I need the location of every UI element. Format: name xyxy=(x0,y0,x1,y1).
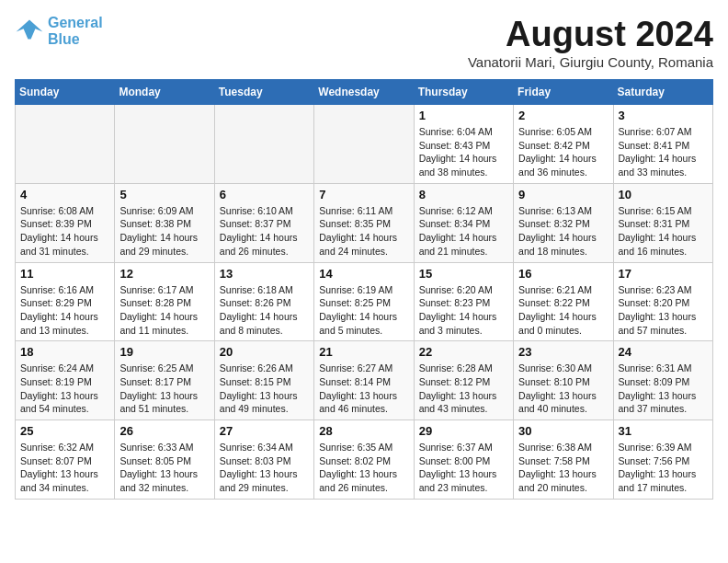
day-number: 29 xyxy=(419,424,508,438)
location-subtitle: Vanatorii Mari, Giurgiu County, Romania xyxy=(468,54,713,70)
calendar-cell: 29Sunrise: 6:37 AM Sunset: 8:00 PM Dayli… xyxy=(414,420,513,500)
day-number: 16 xyxy=(518,267,608,281)
weekday-header-wednesday: Wednesday xyxy=(314,80,414,105)
calendar-week-1: 1Sunrise: 6:04 AM Sunset: 8:43 PM Daylig… xyxy=(16,105,713,184)
logo-text: General Blue xyxy=(48,15,103,47)
calendar-cell: 20Sunrise: 6:26 AM Sunset: 8:15 PM Dayli… xyxy=(214,341,313,420)
day-info: Sunrise: 6:07 AM Sunset: 8:41 PM Dayligh… xyxy=(619,125,708,179)
day-number: 6 xyxy=(220,188,309,201)
day-number: 1 xyxy=(419,109,508,122)
day-info: Sunrise: 6:05 AM Sunset: 8:42 PM Dayligh… xyxy=(518,125,608,179)
calendar-cell: 21Sunrise: 6:27 AM Sunset: 8:14 PM Dayli… xyxy=(314,341,414,420)
calendar-cell: 12Sunrise: 6:17 AM Sunset: 8:28 PM Dayli… xyxy=(115,262,214,341)
day-number: 2 xyxy=(518,109,608,122)
calendar-cell: 25Sunrise: 6:32 AM Sunset: 8:07 PM Dayli… xyxy=(16,420,115,500)
calendar-cell: 9Sunrise: 6:13 AM Sunset: 8:32 PM Daylig… xyxy=(514,183,613,262)
day-info: Sunrise: 6:13 AM Sunset: 8:32 PM Dayligh… xyxy=(518,204,608,259)
day-number: 27 xyxy=(220,424,309,438)
weekday-header-tuesday: Tuesday xyxy=(214,80,313,105)
day-number: 18 xyxy=(20,345,109,359)
day-info: Sunrise: 6:19 AM Sunset: 8:25 PM Dayligh… xyxy=(319,283,408,338)
day-info: Sunrise: 6:11 AM Sunset: 8:35 PM Dayligh… xyxy=(319,204,408,259)
calendar-header-row: SundayMondayTuesdayWednesdayThursdayFrid… xyxy=(16,80,713,105)
calendar-cell: 4Sunrise: 6:08 AM Sunset: 8:39 PM Daylig… xyxy=(16,183,115,262)
calendar-cell xyxy=(314,105,414,184)
calendar-cell: 28Sunrise: 6:35 AM Sunset: 8:02 PM Dayli… xyxy=(314,420,414,500)
day-info: Sunrise: 6:34 AM Sunset: 8:03 PM Dayligh… xyxy=(220,441,309,495)
calendar-cell: 22Sunrise: 6:28 AM Sunset: 8:12 PM Dayli… xyxy=(414,341,513,420)
day-info: Sunrise: 6:24 AM Sunset: 8:19 PM Dayligh… xyxy=(20,362,109,416)
calendar-cell: 18Sunrise: 6:24 AM Sunset: 8:19 PM Dayli… xyxy=(16,341,115,420)
day-number: 3 xyxy=(619,109,708,122)
day-number: 11 xyxy=(20,267,109,281)
calendar-cell: 3Sunrise: 6:07 AM Sunset: 8:41 PM Daylig… xyxy=(613,105,712,184)
calendar-table: SundayMondayTuesdayWednesdayThursdayFrid… xyxy=(15,79,713,500)
day-number: 25 xyxy=(20,424,109,438)
page-header: General Blue August 2024 Vanatorii Mari,… xyxy=(15,15,713,70)
day-info: Sunrise: 6:23 AM Sunset: 8:20 PM Dayligh… xyxy=(619,283,708,338)
calendar-cell: 27Sunrise: 6:34 AM Sunset: 8:03 PM Dayli… xyxy=(214,420,313,500)
day-number: 13 xyxy=(220,267,309,281)
weekday-header-sunday: Sunday xyxy=(16,80,115,105)
calendar-cell xyxy=(214,105,313,184)
day-info: Sunrise: 6:30 AM Sunset: 8:10 PM Dayligh… xyxy=(518,362,608,416)
day-number: 5 xyxy=(119,188,209,201)
calendar-cell: 14Sunrise: 6:19 AM Sunset: 8:25 PM Dayli… xyxy=(314,262,414,341)
calendar-cell: 8Sunrise: 6:12 AM Sunset: 8:34 PM Daylig… xyxy=(414,183,513,262)
day-info: Sunrise: 6:15 AM Sunset: 8:31 PM Dayligh… xyxy=(619,204,708,259)
day-info: Sunrise: 6:31 AM Sunset: 8:09 PM Dayligh… xyxy=(619,362,708,416)
calendar-cell: 15Sunrise: 6:20 AM Sunset: 8:23 PM Dayli… xyxy=(414,262,513,341)
day-number: 14 xyxy=(319,267,408,281)
day-number: 26 xyxy=(119,424,209,438)
day-number: 30 xyxy=(518,424,608,438)
calendar-cell: 10Sunrise: 6:15 AM Sunset: 8:31 PM Dayli… xyxy=(613,183,712,262)
day-number: 31 xyxy=(619,424,708,438)
calendar-body: 1Sunrise: 6:04 AM Sunset: 8:43 PM Daylig… xyxy=(16,105,713,500)
calendar-week-3: 11Sunrise: 6:16 AM Sunset: 8:29 PM Dayli… xyxy=(16,262,713,341)
calendar-cell: 1Sunrise: 6:04 AM Sunset: 8:43 PM Daylig… xyxy=(414,105,513,184)
day-info: Sunrise: 6:35 AM Sunset: 8:02 PM Dayligh… xyxy=(319,441,408,495)
calendar-cell: 19Sunrise: 6:25 AM Sunset: 8:17 PM Dayli… xyxy=(115,341,214,420)
day-info: Sunrise: 6:26 AM Sunset: 8:15 PM Dayligh… xyxy=(220,362,309,416)
day-info: Sunrise: 6:12 AM Sunset: 8:34 PM Dayligh… xyxy=(419,204,508,259)
day-info: Sunrise: 6:32 AM Sunset: 8:07 PM Dayligh… xyxy=(20,441,109,495)
weekday-header-friday: Friday xyxy=(514,80,613,105)
day-number: 23 xyxy=(518,345,608,359)
calendar-cell xyxy=(16,105,115,184)
weekday-header-monday: Monday xyxy=(115,80,214,105)
day-number: 4 xyxy=(20,188,109,201)
logo-icon xyxy=(15,18,44,44)
calendar-cell: 6Sunrise: 6:10 AM Sunset: 8:37 PM Daylig… xyxy=(214,183,313,262)
day-number: 8 xyxy=(419,188,508,201)
day-info: Sunrise: 6:20 AM Sunset: 8:23 PM Dayligh… xyxy=(419,283,508,338)
day-number: 12 xyxy=(119,267,209,281)
calendar-cell: 17Sunrise: 6:23 AM Sunset: 8:20 PM Dayli… xyxy=(613,262,712,341)
day-number: 20 xyxy=(220,345,309,359)
day-info: Sunrise: 6:33 AM Sunset: 8:05 PM Dayligh… xyxy=(119,441,209,495)
day-info: Sunrise: 6:10 AM Sunset: 8:37 PM Dayligh… xyxy=(220,204,309,259)
day-info: Sunrise: 6:28 AM Sunset: 8:12 PM Dayligh… xyxy=(419,362,508,416)
day-number: 22 xyxy=(419,345,508,359)
day-info: Sunrise: 6:39 AM Sunset: 7:56 PM Dayligh… xyxy=(619,441,708,495)
svg-marker-0 xyxy=(17,19,43,39)
day-number: 24 xyxy=(619,345,708,359)
day-number: 19 xyxy=(119,345,209,359)
day-number: 9 xyxy=(518,188,608,201)
weekday-header-saturday: Saturday xyxy=(613,80,712,105)
day-number: 28 xyxy=(319,424,408,438)
day-info: Sunrise: 6:04 AM Sunset: 8:43 PM Dayligh… xyxy=(419,125,508,179)
day-info: Sunrise: 6:08 AM Sunset: 8:39 PM Dayligh… xyxy=(20,204,109,259)
day-info: Sunrise: 6:09 AM Sunset: 8:38 PM Dayligh… xyxy=(119,204,209,259)
day-info: Sunrise: 6:27 AM Sunset: 8:14 PM Dayligh… xyxy=(319,362,408,416)
logo: General Blue xyxy=(15,15,103,47)
day-number: 15 xyxy=(419,267,508,281)
day-number: 21 xyxy=(319,345,408,359)
day-number: 17 xyxy=(619,267,708,281)
day-number: 10 xyxy=(619,188,708,201)
calendar-cell: 11Sunrise: 6:16 AM Sunset: 8:29 PM Dayli… xyxy=(16,262,115,341)
calendar-cell: 2Sunrise: 6:05 AM Sunset: 8:42 PM Daylig… xyxy=(514,105,613,184)
calendar-cell xyxy=(115,105,214,184)
day-info: Sunrise: 6:38 AM Sunset: 7:58 PM Dayligh… xyxy=(518,441,608,495)
month-title: August 2024 xyxy=(468,15,713,54)
day-info: Sunrise: 6:17 AM Sunset: 8:28 PM Dayligh… xyxy=(119,283,209,338)
